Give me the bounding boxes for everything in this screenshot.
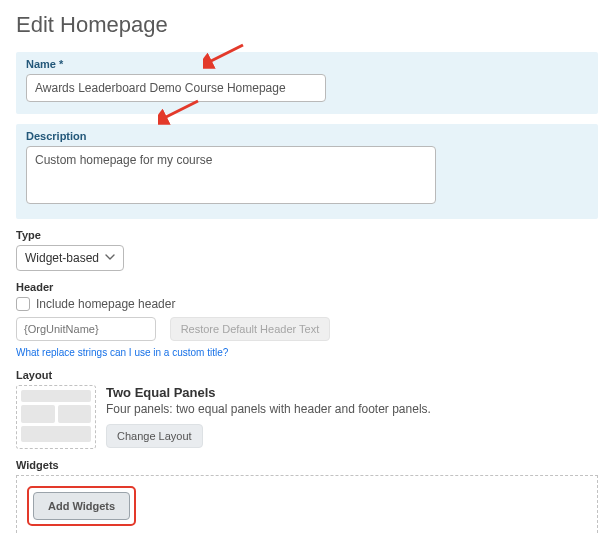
description-input[interactable] xyxy=(26,146,436,204)
widgets-canvas: Add Widgets Leaderboard Widget (with Nam… xyxy=(16,475,598,534)
restore-header-button: Restore Default Header Text xyxy=(170,317,331,341)
widgets-label: Widgets xyxy=(16,459,598,471)
layout-thumb-header xyxy=(21,390,91,402)
type-label: Type xyxy=(16,229,598,241)
add-widgets-button[interactable]: Add Widgets xyxy=(33,492,130,520)
type-selected-value: Widget-based xyxy=(25,251,99,265)
layout-thumb-footer xyxy=(21,426,91,442)
header-label: Header xyxy=(16,281,598,293)
layout-description: Four panels: two equal panels with heade… xyxy=(106,402,598,416)
include-header-checkbox-label: Include homepage header xyxy=(36,297,175,311)
add-widgets-highlight: Add Widgets xyxy=(27,486,136,526)
layout-thumb-left xyxy=(21,405,55,423)
name-input[interactable] xyxy=(26,74,326,102)
description-field-block: Description xyxy=(16,124,598,219)
header-title-input[interactable] xyxy=(16,317,156,341)
page-title: Edit Homepage xyxy=(16,12,598,38)
name-label: Name * xyxy=(26,58,588,70)
layout-thumb-right xyxy=(58,405,92,423)
widgets-section: Widgets Add Widgets Leaderboard Widget (… xyxy=(16,459,598,534)
description-label: Description xyxy=(26,130,588,142)
layout-title: Two Equal Panels xyxy=(106,385,598,400)
name-field-block: Name * xyxy=(16,52,598,114)
widgets-header-panel: Add Widgets xyxy=(17,476,597,534)
header-section: Header Include homepage header Restore D… xyxy=(16,281,598,359)
type-section: Type Widget-based xyxy=(16,229,598,271)
change-layout-button[interactable]: Change Layout xyxy=(106,424,203,448)
layout-section: Layout Two Equal Panels Four panels: two… xyxy=(16,369,598,449)
replace-strings-help-link[interactable]: What replace strings can I use in a cust… xyxy=(16,347,228,358)
layout-label: Layout xyxy=(16,369,598,381)
type-select[interactable]: Widget-based xyxy=(16,245,124,271)
include-header-checkbox[interactable] xyxy=(16,297,30,311)
layout-thumbnail xyxy=(16,385,96,449)
chevron-down-icon xyxy=(105,251,115,265)
